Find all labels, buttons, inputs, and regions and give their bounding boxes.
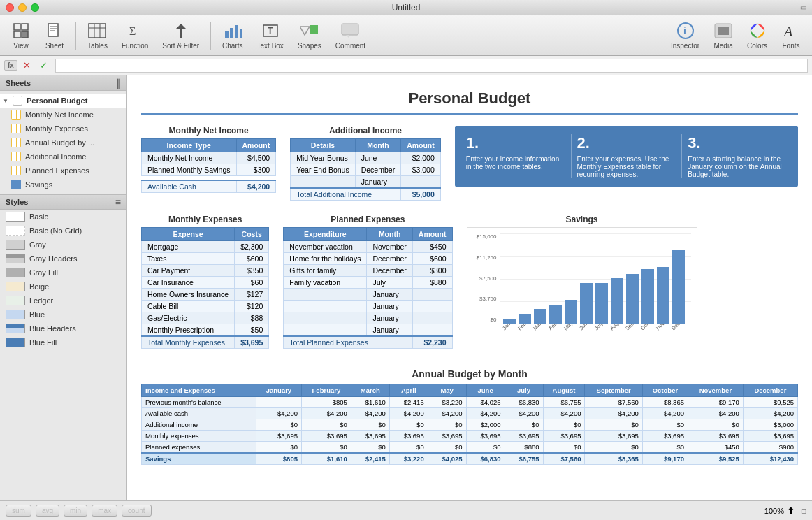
shapes-button[interactable]: Shapes xyxy=(292,18,327,52)
table-row: January xyxy=(284,301,452,312)
cost-3: $350 xyxy=(235,265,269,277)
minimize-button[interactable] xyxy=(18,3,27,12)
window-buttons[interactable] xyxy=(6,3,39,12)
style-gray-headers[interactable]: Gray Headers xyxy=(0,252,126,266)
media-label: Media xyxy=(713,42,732,50)
style-preview-blue xyxy=(6,310,25,319)
income-amount-2: $300 xyxy=(236,164,276,176)
annual-cell-0-2: $1,610 xyxy=(351,397,389,408)
annual-cell-5-6: $6,755 xyxy=(505,453,543,465)
chart-bar xyxy=(626,274,639,324)
style-label-blue-headers: Blue Headers xyxy=(29,324,76,333)
table-row: Car Payment$350 xyxy=(142,265,269,277)
svg-marker-24 xyxy=(346,35,349,38)
annual-cell-1-1: $4,200 xyxy=(301,408,351,419)
planned-amt-1: $450 xyxy=(412,241,452,253)
sheet-item-monthly-expenses[interactable]: Monthly Expenses xyxy=(0,122,126,136)
style-gray[interactable]: Gray xyxy=(0,238,126,252)
expense-3: Car Payment xyxy=(142,265,235,277)
planned-2: Home for the holidays xyxy=(284,253,367,265)
colors-button[interactable]: Colors xyxy=(741,18,773,52)
formula-accept[interactable]: ✓ xyxy=(37,59,51,73)
cost-5: $127 xyxy=(235,289,269,301)
planned-5 xyxy=(284,289,367,301)
sheet-list: ▼ Personal Budget Monthly Net Income Mon… xyxy=(0,91,126,194)
sheet-icon-button[interactable]: ◻ xyxy=(801,507,806,514)
textbox-button[interactable]: T Text Box xyxy=(252,18,289,52)
style-blue-fill[interactable]: Blue Fill xyxy=(0,335,126,349)
annual-cell-1-0: $4,200 xyxy=(256,408,301,419)
zoom-control[interactable]: 100% ⬆ ◻ xyxy=(764,505,806,517)
min-button[interactable]: min xyxy=(64,505,87,517)
style-gray-fill[interactable]: Gray Fill xyxy=(0,266,126,280)
sum-button[interactable]: sum xyxy=(6,505,31,517)
additional-income-table: Details Month Amount Mid Year Bonus June… xyxy=(290,138,441,201)
function-button[interactable]: Σ Function xyxy=(116,18,154,52)
addl-amount-2: $3,000 xyxy=(401,164,441,176)
annual-col-nov: November xyxy=(688,384,743,397)
window-title: Untitled xyxy=(392,3,421,13)
style-basic-nogrid[interactable]: Basic (No Grid) xyxy=(0,224,126,238)
y-label-4: $3,750 xyxy=(479,296,496,302)
styles-action[interactable]: ≡ xyxy=(115,196,121,208)
shapes-label: Shapes xyxy=(298,42,321,50)
sheet-item-savings[interactable]: Savings xyxy=(0,178,126,192)
annual-cell-3-5: $3,695 xyxy=(466,431,505,442)
annual-col-mar: March xyxy=(351,384,389,397)
expense-1: Mortgage xyxy=(142,241,235,253)
sheets-collapse[interactable]: ∥ xyxy=(116,78,121,89)
annual-cell-2-9: $0 xyxy=(642,419,688,431)
sheet-item-additional-income[interactable]: Additional Income xyxy=(0,150,126,164)
window-expand[interactable]: ▭ xyxy=(800,3,806,11)
annual-cell-0-1: $805 xyxy=(301,397,351,408)
sheet-item-personal-budget[interactable]: ▼ Personal Budget xyxy=(0,94,126,108)
avg-button[interactable]: avg xyxy=(36,505,59,517)
content-area[interactable]: Personal Budget Monthly Net Income Incom… xyxy=(127,75,812,500)
inspector-button[interactable]: i Inspector xyxy=(665,18,705,52)
month-3: January xyxy=(355,176,400,189)
table-row: Car Insurance$60 xyxy=(142,277,269,289)
sheet-item-planned-expenses[interactable]: Planned Expenses xyxy=(0,164,126,178)
zoom-stepper[interactable]: ⬆ xyxy=(787,505,795,517)
table-row: January xyxy=(284,289,452,301)
sheet-item-monthly-net-income[interactable]: Monthly Net Income xyxy=(0,108,126,122)
sheet-icon-grid4 xyxy=(11,152,21,161)
media-button[interactable]: Media xyxy=(708,18,739,52)
svg-text:A: A xyxy=(783,24,793,39)
info-num-3: 3. xyxy=(688,134,787,152)
addl-amount-1: $2,000 xyxy=(401,152,441,164)
max-button[interactable]: max xyxy=(92,505,117,517)
formula-cancel[interactable]: ✕ xyxy=(20,59,34,73)
titlebar: Untitled ▭ xyxy=(0,0,812,15)
sheet-item-annual-budget[interactable]: Annual Budget by ... xyxy=(0,136,126,150)
monthly-expenses-total-row: Total Monthly Expenses $3,695 xyxy=(142,336,269,349)
formula-input[interactable] xyxy=(55,59,808,73)
additional-income-total-row: Total Additional Income $5,000 xyxy=(291,188,441,201)
col-month: Month xyxy=(367,228,412,241)
style-beige[interactable]: Beige xyxy=(0,280,126,294)
close-button[interactable] xyxy=(6,3,14,12)
style-basic[interactable]: Basic xyxy=(0,210,126,224)
sheet-button[interactable]: Sheet xyxy=(39,18,70,52)
count-button[interactable]: count xyxy=(122,505,151,517)
chart-bar xyxy=(657,267,669,324)
annual-cell-0-10: $9,170 xyxy=(688,397,743,408)
sort-filter-button[interactable]: Sort & Filter xyxy=(157,18,205,52)
maximize-button[interactable] xyxy=(31,3,39,12)
charts-button[interactable]: Charts xyxy=(217,18,248,52)
comment-button[interactable]: Comment xyxy=(330,18,371,52)
view-button[interactable]: View xyxy=(6,18,36,52)
svg-rect-5 xyxy=(50,26,57,27)
annual-cell-2-6: $0 xyxy=(505,419,543,431)
style-ledger[interactable]: Ledger xyxy=(0,294,126,308)
style-blue[interactable]: Blue xyxy=(0,308,126,322)
style-blue-headers[interactable]: Blue Headers xyxy=(0,322,126,335)
charts-label: Charts xyxy=(222,42,242,50)
annual-cell-3-6: $3,695 xyxy=(505,431,543,442)
tables-button[interactable]: Tables xyxy=(82,18,113,52)
fonts-button[interactable]: A Fonts xyxy=(776,18,806,52)
textbox-icon: T xyxy=(261,21,280,41)
chart-bar xyxy=(580,283,593,324)
main-layout: Sheets ∥ ▼ Personal Budget Monthly Net I… xyxy=(0,75,812,500)
annual-cell-5-5: $6,830 xyxy=(466,453,505,465)
